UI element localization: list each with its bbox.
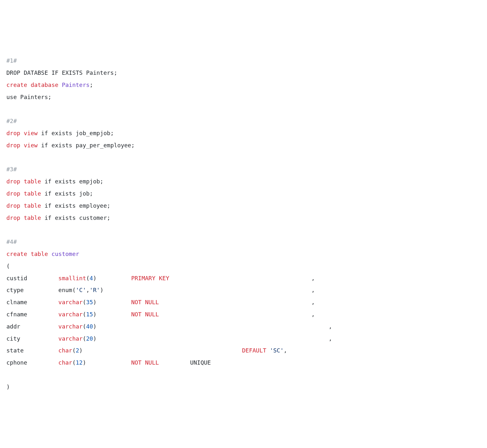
code-token: city: [6, 335, 59, 342]
code-token: drop: [6, 190, 20, 197]
code-token: (: [82, 311, 86, 318]
code-token: state: [6, 347, 59, 354]
code-token: varchar: [59, 323, 83, 330]
code-token: drop: [6, 130, 20, 136]
code-token: NOT: [131, 359, 142, 366]
code-token: if exists customer;: [41, 214, 110, 221]
code-token: #4#: [6, 238, 17, 245]
code-token: 4: [90, 275, 93, 282]
code-token: ): [93, 275, 131, 282]
code-token: ,: [284, 347, 287, 354]
code-token: addr: [6, 323, 59, 330]
code-token: (: [72, 359, 76, 366]
code-token: (: [82, 323, 86, 330]
code-token: Painters: [62, 81, 90, 88]
code-token: cphone: [6, 359, 59, 366]
code-token: drop: [6, 142, 20, 149]
code-token: ) ,: [93, 335, 332, 342]
code-token: ,: [159, 299, 315, 305]
code-token: use Painters;: [6, 94, 51, 100]
code-token: [20, 214, 24, 221]
code-token: [20, 178, 24, 185]
code-token: table: [31, 251, 48, 257]
code-token: DROP DATABSE IF EXISTS Painters;: [6, 69, 117, 76]
code-token: PRIMARY: [131, 275, 155, 282]
code-token: varchar: [59, 299, 83, 305]
code-token: #1#: [6, 57, 17, 64]
code-token: ctype enum(: [6, 287, 76, 293]
code-token: if exists job;: [41, 190, 93, 197]
code-token: [59, 81, 62, 88]
code-token: ): [79, 347, 242, 354]
code-token: cfname: [6, 311, 59, 318]
code-token: 20: [86, 335, 93, 342]
code-token: 40: [86, 323, 93, 330]
code-token: ): [93, 311, 131, 318]
code-token: 'R': [90, 287, 100, 293]
code-token: ,: [86, 287, 90, 293]
code-token: NULL: [145, 311, 159, 318]
code-token: ,: [159, 311, 315, 318]
code-token: [27, 81, 31, 88]
code-token: smallint: [59, 275, 86, 282]
code-token: create: [6, 81, 27, 88]
code-token: varchar: [59, 311, 83, 318]
code-token: customer: [51, 251, 79, 257]
code-token: [20, 142, 24, 149]
code-token: if exists employee;: [41, 202, 110, 209]
code-token: [142, 311, 145, 318]
sql-code-block: #1# DROP DATABSE IF EXISTS Painters; cre…: [6, 55, 481, 393]
code-token: [142, 299, 145, 305]
code-token: database: [31, 81, 59, 88]
code-token: table: [24, 202, 41, 209]
code-token: (: [72, 347, 76, 354]
code-token: ,: [169, 275, 315, 282]
code-token: [20, 130, 24, 136]
code-token: drop: [6, 214, 20, 221]
code-token: table: [24, 178, 41, 185]
code-token: 'SC': [270, 347, 284, 354]
code-token: [20, 190, 24, 197]
code-token: ): [82, 359, 131, 366]
code-token: char: [59, 347, 72, 354]
code-token: NOT: [131, 311, 142, 318]
code-token: ) ,: [100, 287, 315, 293]
code-token: view: [24, 142, 37, 149]
code-token: ): [6, 383, 10, 390]
code-token: NULL: [145, 359, 159, 366]
code-token: (: [86, 275, 90, 282]
code-token: DEFAULT: [242, 347, 266, 354]
code-token: 35: [86, 299, 93, 305]
code-token: drop: [6, 202, 20, 209]
code-token: [266, 347, 270, 354]
code-token: ;: [90, 81, 93, 88]
code-token: ): [93, 299, 131, 305]
code-token: char: [59, 359, 72, 366]
code-token: clname: [6, 299, 59, 305]
code-token: UNIQUE: [159, 359, 211, 366]
code-token: (: [82, 335, 86, 342]
code-token: if exists pay_per_employee;: [38, 142, 135, 149]
code-token: [27, 251, 31, 257]
code-token: [20, 202, 24, 209]
code-token: table: [24, 190, 41, 197]
code-token: if exists job_empjob;: [38, 130, 114, 136]
code-token: ) ,: [93, 323, 332, 330]
code-token: 2: [76, 347, 79, 354]
code-token: KEY: [159, 275, 169, 282]
code-token: NULL: [145, 299, 159, 305]
code-token: (: [82, 299, 86, 305]
code-token: varchar: [59, 335, 83, 342]
code-token: if exists empjob;: [41, 178, 103, 185]
code-token: #2#: [6, 118, 17, 124]
code-token: #3#: [6, 166, 17, 173]
code-token: [155, 275, 159, 282]
code-token: 15: [86, 311, 93, 318]
code-token: 'C': [76, 287, 86, 293]
code-token: view: [24, 130, 37, 136]
code-token: create: [6, 251, 27, 257]
code-token: table: [24, 214, 41, 221]
code-token: [142, 359, 145, 366]
code-token: NOT: [131, 299, 142, 305]
code-token: custid: [6, 275, 59, 282]
